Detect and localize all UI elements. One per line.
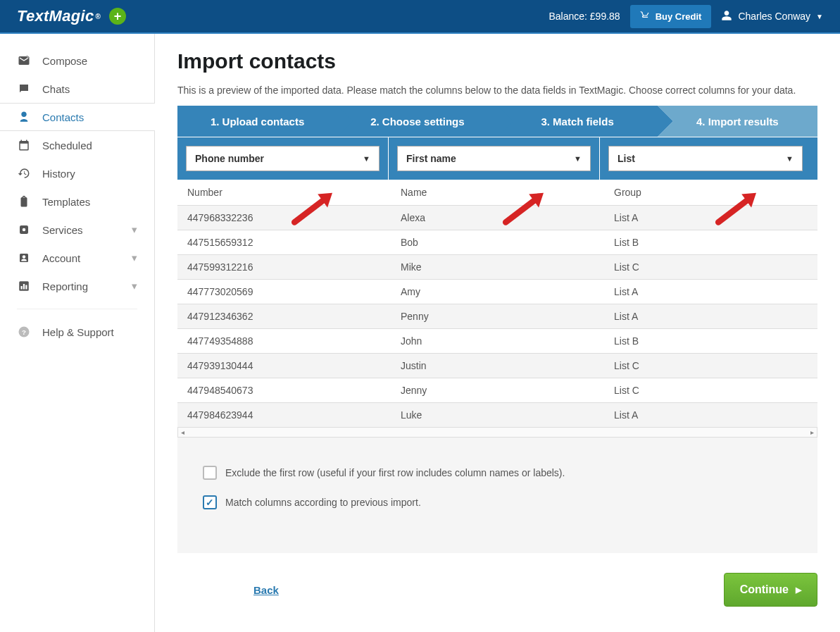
svg-rect-6	[23, 284, 25, 290]
sidebar-item-chats[interactable]: Chats	[0, 75, 154, 103]
contacts-icon	[17, 110, 31, 124]
chevron-down-icon: ▼	[816, 13, 823, 20]
sidebar-item-label: Scheduled	[42, 140, 92, 151]
cell-group: List C	[604, 255, 817, 280]
chevron-down-icon: ▾	[132, 280, 137, 292]
column-header: Number	[177, 180, 391, 206]
column-header: Group	[604, 180, 817, 206]
cell-number: 447515659312	[177, 230, 391, 255]
compose-icon	[17, 54, 31, 68]
column-select-firstname[interactable]: First name▼	[397, 146, 591, 171]
sidebar-item-templates[interactable]: Templates	[0, 187, 154, 216]
preview-table: Number Name Group 447968332236AlexaList …	[177, 180, 817, 428]
person-icon	[721, 10, 732, 23]
sidebar-item-history[interactable]: History	[0, 159, 154, 187]
add-icon[interactable]: +	[109, 8, 126, 25]
cell-number: 447968332236	[177, 206, 391, 230]
account-icon	[17, 251, 31, 265]
cell-name: Amy	[391, 280, 604, 304]
main-content: Import contacts This is a preview of the…	[155, 34, 840, 632]
sidebar-item-label: Contacts	[42, 111, 84, 123]
table-row: 447939130444JustinList C	[177, 354, 817, 378]
clipboard-icon	[17, 194, 31, 209]
table-row: 447984623944LukeList A	[177, 403, 817, 428]
sidebar-item-label: Compose	[42, 55, 87, 67]
sidebar-item-services[interactable]: Services▾	[0, 216, 154, 244]
cell-group: List A	[604, 206, 817, 230]
sidebar-item-scheduled[interactable]: Scheduled	[0, 131, 154, 159]
table-row: 447948540673JennyList C	[177, 378, 817, 403]
sidebar: ComposeChatsContactsScheduledHistoryTemp…	[0, 34, 155, 632]
cell-name: Mike	[391, 255, 604, 280]
cell-group: List A	[604, 304, 817, 329]
cell-name: John	[391, 329, 604, 354]
cell-number: 447948540673	[177, 378, 391, 403]
checkbox-label: Exclude the first row (useful if your fi…	[225, 467, 565, 478]
svg-rect-5	[21, 286, 23, 290]
chevron-down-icon: ▼	[786, 154, 794, 163]
horizontal-scroll[interactable]: ◂▸	[177, 428, 817, 438]
cell-group: List C	[604, 354, 817, 378]
cell-number: 447773020569	[177, 280, 391, 304]
page-subtitle: This is a preview of the imported data. …	[177, 85, 817, 96]
logo: TextMagic® +	[17, 7, 126, 25]
column-header: Name	[391, 180, 604, 206]
cell-number: 447749354888	[177, 329, 391, 354]
sidebar-item-label: Services	[42, 224, 83, 236]
sidebar-item-label: Help & Support	[42, 326, 114, 338]
cell-group: List B	[604, 329, 817, 354]
cell-number: 447912346362	[177, 304, 391, 329]
step-settings[interactable]: 2. Choose settings	[337, 106, 497, 137]
cell-group: List B	[604, 230, 817, 255]
buy-credit-label: Buy Credit	[656, 11, 702, 22]
table-row: 447599312216MikeList C	[177, 255, 817, 280]
chevron-down-icon: ▾	[132, 252, 137, 264]
back-link[interactable]: Back	[253, 584, 279, 596]
balance-label: Balance: £99.88	[548, 11, 620, 22]
sidebar-item-reporting[interactable]: Reporting▾	[0, 272, 154, 300]
sidebar-item-label: Templates	[42, 196, 90, 208]
chat-icon	[17, 82, 31, 96]
sidebar-item-label: Reporting	[42, 280, 88, 292]
step-upload[interactable]: 1. Upload contacts	[177, 106, 337, 137]
column-select-list[interactable]: List▼	[608, 146, 803, 171]
cell-number: 447984623944	[177, 403, 391, 428]
sidebar-item-help[interactable]: ? Help & Support	[0, 318, 154, 346]
step-results[interactable]: 4. Import results	[658, 106, 817, 137]
cell-number: 447599312216	[177, 255, 391, 280]
cell-name: Jenny	[391, 378, 604, 403]
table-row: 447515659312BobList B	[177, 230, 817, 255]
column-select-row: Phone number▼ First name▼ List▼	[177, 137, 817, 180]
table-row: 447773020569AmyList A	[177, 280, 817, 304]
table-row: 447749354888JohnList B	[177, 329, 817, 354]
sidebar-item-account[interactable]: Account▾	[0, 244, 154, 272]
step-match[interactable]: 3. Match fields	[498, 106, 658, 137]
exclude-first-row-checkbox[interactable]	[203, 466, 217, 480]
svg-point-1	[23, 228, 26, 232]
help-icon: ?	[17, 325, 31, 339]
continue-button[interactable]: Continue ▶	[724, 573, 817, 607]
history-icon	[17, 166, 31, 180]
sidebar-item-label: Chats	[42, 83, 70, 95]
cell-name: Alexa	[391, 206, 604, 230]
cell-group: List A	[604, 403, 817, 428]
sidebar-item-compose[interactable]: Compose	[0, 47, 154, 75]
cell-number: 447939130444	[177, 354, 391, 378]
sidebar-item-contacts[interactable]: Contacts	[0, 103, 155, 131]
sidebar-item-label: Account	[42, 252, 80, 264]
match-previous-checkbox[interactable]	[203, 495, 217, 509]
column-select-phone[interactable]: Phone number▼	[186, 146, 380, 171]
user-name: Charles Conway	[738, 11, 810, 22]
cart-icon	[640, 11, 650, 23]
bar-icon	[17, 279, 31, 293]
sidebar-item-label: History	[42, 168, 75, 180]
chevron-down-icon: ▼	[574, 154, 582, 163]
chevron-right-icon: ▶	[796, 585, 801, 595]
stepper: 1. Upload contacts 2. Choose settings 3.…	[177, 106, 817, 137]
header: TextMagic® + Balance: £99.88 Buy Credit …	[0, 0, 840, 34]
cell-name: Penny	[391, 304, 604, 329]
buy-credit-button[interactable]: Buy Credit	[630, 5, 712, 28]
cell-group: List C	[604, 378, 817, 403]
user-menu[interactable]: Charles Conway ▼	[721, 10, 823, 23]
svg-text:?: ?	[22, 328, 26, 336]
